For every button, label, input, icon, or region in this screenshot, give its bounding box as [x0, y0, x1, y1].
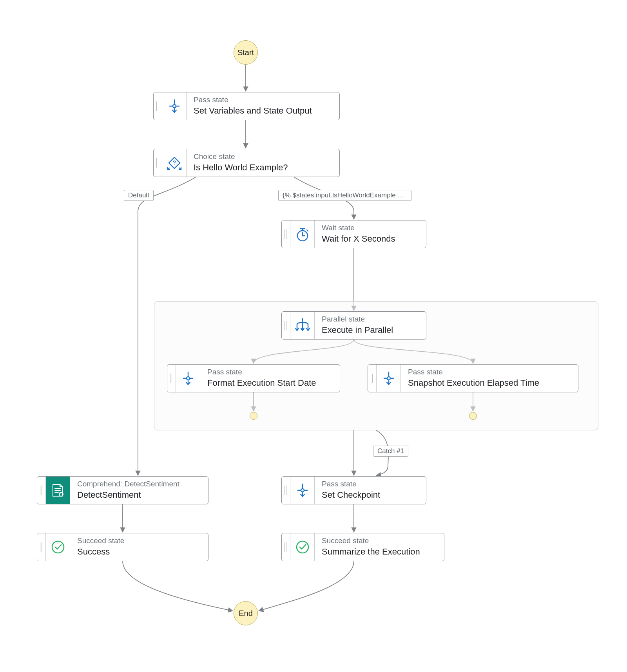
node-name-label: Is Hello World Example? [194, 162, 332, 173]
drag-handle[interactable] [282, 312, 290, 339]
drag-handle[interactable] [282, 220, 290, 248]
edge-label-condition: {% $states.input.IsHelloWorldExample %… [278, 190, 411, 201]
edge-label-default: Default [124, 190, 154, 201]
choice-icon: ? [162, 149, 187, 177]
svg-line-12 [307, 230, 308, 231]
drag-handle[interactable] [368, 365, 377, 392]
node-type-label: Pass state [194, 96, 332, 105]
pass-icon [377, 365, 401, 392]
drag-handle[interactable] [154, 149, 162, 177]
node-type-label: Wait state [322, 224, 419, 233]
branch-end-terminal [469, 412, 477, 420]
end-terminal[interactable]: End [234, 601, 258, 625]
node-choice[interactable]: ? Choice state Is Hello World Example? [153, 149, 340, 177]
drag-handle[interactable] [154, 92, 162, 120]
svg-text:?: ? [172, 159, 176, 166]
node-set-variables[interactable]: Pass state Set Variables and State Outpu… [153, 92, 340, 120]
svg-point-20 [187, 377, 190, 380]
node-set-checkpoint[interactable]: Pass state Set Checkpoint [281, 476, 426, 504]
end-label: End [239, 609, 253, 618]
branch-end-terminal [250, 412, 257, 420]
node-summarize[interactable]: Succeed state Summarize the Execution [281, 533, 444, 561]
node-name-label: Execute in Parallel [322, 325, 419, 336]
node-wait[interactable]: Wait state Wait for X Seconds [281, 220, 426, 248]
node-type-label: Parallel state [322, 315, 419, 324]
node-type-label: Pass state [408, 368, 571, 377]
svg-point-37 [297, 541, 308, 553]
node-name-label: Wait for X Seconds [322, 233, 419, 245]
start-label: Start [237, 48, 254, 57]
comprehend-icon [46, 477, 70, 504]
node-name-label: Snapshot Execution Elapsed Time [408, 378, 571, 389]
node-name-label: Format Execution Start Date [207, 378, 333, 389]
node-success[interactable]: Succeed state Success [37, 533, 208, 561]
pass-icon [176, 365, 200, 392]
svg-point-34 [301, 489, 304, 492]
succeed-icon [46, 533, 70, 561]
drag-handle[interactable] [282, 533, 290, 561]
node-name-label: Set Variables and State Output [194, 105, 332, 117]
node-type-label: Pass state [322, 480, 419, 489]
svg-point-25 [387, 377, 390, 380]
node-format-date[interactable]: Pass state Format Execution Start Date [167, 364, 340, 392]
drag-handle[interactable] [37, 533, 46, 561]
pass-icon [162, 92, 187, 120]
drag-handle[interactable] [167, 365, 176, 392]
svg-point-36 [52, 541, 64, 553]
node-parallel[interactable]: Parallel state Execute in Parallel [281, 311, 426, 340]
svg-point-3 [173, 105, 176, 108]
node-name-label: Summarize the Execution [322, 546, 437, 558]
node-type-label: Comprehend: DetectSentiment [77, 480, 201, 489]
pass-icon [290, 477, 315, 504]
wait-icon [290, 220, 315, 248]
node-type-label: Pass state [207, 368, 333, 377]
drag-handle[interactable] [37, 477, 46, 504]
node-detect-sentiment[interactable]: Comprehend: DetectSentiment DetectSentim… [37, 476, 208, 504]
parallel-icon [290, 312, 315, 339]
drag-handle[interactable] [282, 477, 290, 504]
node-type-label: Succeed state [77, 537, 201, 546]
node-snapshot-time[interactable]: Pass state Snapshot Execution Elapsed Ti… [368, 364, 578, 392]
node-type-label: Choice state [194, 152, 332, 161]
node-type-label: Succeed state [322, 537, 437, 546]
edge-label-catch: Catch #1 [373, 446, 408, 457]
node-name-label: DetectSentiment [77, 490, 201, 501]
succeed-icon [290, 533, 315, 561]
node-name-label: Set Checkpoint [322, 490, 419, 501]
start-terminal[interactable]: Start [234, 40, 258, 65]
node-name-label: Success [77, 546, 201, 558]
